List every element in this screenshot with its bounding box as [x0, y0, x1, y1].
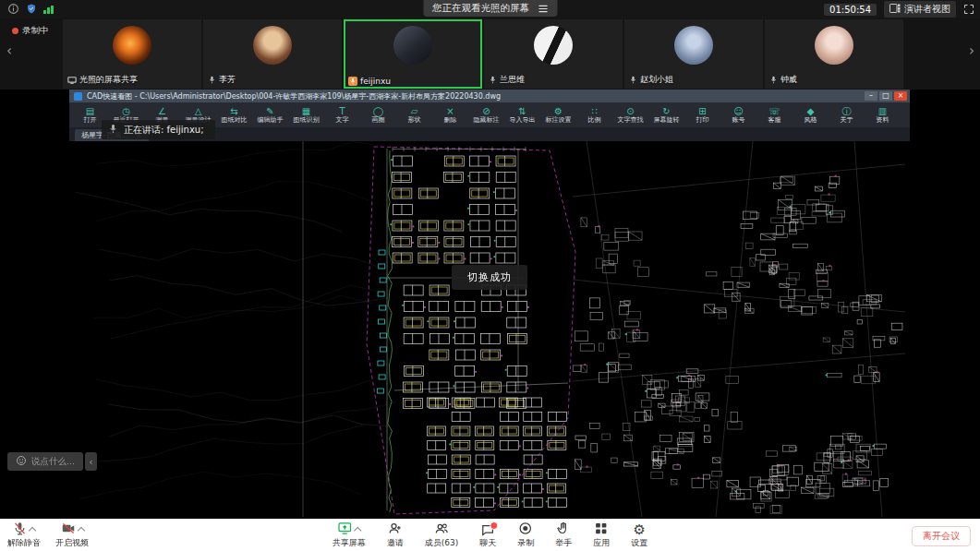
participant-tile-active-speaker[interactable]: feijinxu	[344, 19, 482, 89]
cad-tool-label: 打印	[696, 116, 709, 124]
cad-toolbar-item[interactable]: ▥ 资料	[865, 106, 901, 124]
cad-tool-label: 编辑助手	[258, 116, 284, 124]
cad-tool-label: 关于	[841, 116, 853, 124]
info-icon[interactable]	[7, 1, 19, 18]
cad-toolbar-item[interactable]: ⊘ 隐藏标注	[468, 106, 504, 124]
cad-tool-icon: ⓘ	[842, 106, 852, 116]
cad-toolbar-item[interactable]: ✎ 编辑助手	[252, 106, 288, 124]
cad-drawing[interactable]	[69, 141, 910, 517]
chat-input[interactable]: 说点什么...	[7, 452, 83, 471]
cad-toolbar-item[interactable]: ◆ 风格	[792, 106, 829, 124]
apps-button[interactable]: 应用	[593, 522, 610, 549]
participant-name-label: 兰思维	[500, 74, 525, 86]
invite-button[interactable]: 邀请	[387, 522, 404, 549]
cad-toolbar-item[interactable]: ☏ 客服	[756, 106, 792, 124]
settings-button[interactable]: ⚙ 设置	[631, 522, 647, 549]
participant-tile[interactable]: 钟威	[765, 19, 903, 89]
cad-toolbar-item[interactable]: ⊙ 文字查找	[612, 106, 648, 124]
cad-toolbar-item[interactable]: ∷ 比例	[576, 106, 612, 124]
shield-icon[interactable]	[26, 1, 37, 18]
record-icon	[519, 521, 533, 539]
fullscreen-button[interactable]	[963, 1, 974, 18]
cad-toolbar-item[interactable]: ☺ 账号	[720, 106, 756, 124]
cad-tool-label: 比例	[588, 116, 601, 124]
speaker-view-icon	[889, 4, 901, 15]
cad-toolbar-item[interactable]: ⚙ 标注设置	[540, 106, 576, 124]
cad-toolbar-item[interactable]: T 文字	[324, 106, 360, 124]
cad-toolbar-item[interactable]: ▱ 形状	[396, 106, 432, 124]
cad-toolbar-item[interactable]: ⊞ 打印	[684, 106, 720, 124]
members-button[interactable]: 成员(63)	[425, 522, 458, 549]
raise-hand-button[interactable]: 举手	[555, 522, 572, 549]
share-screen-button[interactable]: 共享屏幕	[333, 522, 366, 549]
share-screen-icon	[337, 521, 352, 539]
mic-icon	[629, 76, 637, 84]
record-button[interactable]: 录制	[517, 522, 534, 549]
participant-tiles: 光照的屏幕共享 李芳 feijinxu	[63, 19, 903, 89]
toast-message: 切换成功	[452, 265, 527, 290]
active-speaker-overlay: 正在讲话: feijinxu;	[102, 120, 215, 139]
cad-toolbar-item[interactable]: ↻ 屏幕旋转	[648, 106, 684, 124]
leave-meeting-button[interactable]: 离开会议	[912, 526, 971, 546]
record-dot-icon	[12, 28, 18, 34]
unmute-button[interactable]: 解除静音	[7, 522, 41, 549]
chat-icon	[481, 523, 495, 537]
scroll-left-button[interactable]: ‹	[6, 42, 12, 59]
minimize-button[interactable]: –	[865, 91, 877, 101]
scroll-right-button[interactable]: ›	[969, 42, 974, 59]
meeting-timer: 01:50:54	[824, 4, 877, 16]
cad-tool-label: 风格	[805, 116, 817, 124]
cad-tool-icon: ▥	[878, 106, 887, 116]
participant-tile[interactable]: 兰思维	[484, 19, 623, 89]
cad-window-title: CAD快速看图 - C:\Users\Administrator\Desktop…	[87, 91, 863, 102]
view-mode-button[interactable]: 演讲者视图	[884, 1, 956, 18]
cad-tool-label: 标注设置	[546, 116, 572, 124]
participant-name-label: 钟威	[780, 74, 797, 86]
cad-tool-icon: ⚙	[554, 106, 563, 116]
cad-tool-label: 删除	[444, 116, 457, 124]
view-mode-label: 演讲者视图	[904, 3, 950, 16]
participant-name-label: 赵划小姐	[640, 74, 673, 86]
cad-titlebar: CAD快速看图 - C:\Users\Administrator\Desktop…	[69, 90, 910, 102]
cad-tool-icon: ∠	[158, 106, 166, 116]
banner-menu-icon[interactable]	[538, 5, 548, 13]
invite-icon	[388, 521, 402, 539]
chat-button[interactable]: 聊天	[479, 522, 496, 549]
avatar	[815, 26, 853, 65]
cad-toolbar-item[interactable]: ⇆ 图纸对比	[216, 106, 252, 124]
cad-toolbar-item[interactable]: ⇅ 导入导出	[504, 106, 540, 124]
start-video-button[interactable]: 开启视频	[55, 522, 89, 549]
cad-tool-icon: ↻	[662, 106, 670, 116]
cad-tool-icon: ☺	[733, 106, 743, 116]
participant-name-label: feijinxu	[360, 77, 391, 86]
mic-icon	[769, 76, 778, 84]
participant-tile[interactable]: 李芳	[203, 19, 342, 89]
cad-toolbar-item[interactable]: ◯ 画圈	[360, 106, 396, 124]
cad-toolbar-item[interactable]: ▦ 图纸识别	[288, 106, 324, 124]
video-options-caret[interactable]	[77, 527, 84, 534]
cad-app-icon	[74, 92, 82, 101]
cad-tool-icon: ⇅	[518, 106, 526, 116]
cad-tool-icon: ◷	[122, 106, 130, 116]
cad-tool-icon: ◯	[373, 106, 383, 116]
close-button[interactable]: ×	[894, 91, 907, 101]
maximize-button[interactable]: □	[879, 91, 892, 101]
quick-chat: 说点什么... ‹	[7, 452, 97, 471]
share-options-caret[interactable]	[354, 527, 361, 534]
meeting-app: 您正在观看光照的屏幕 01:50:54 演讲者视图 录制中 ‹ › 光照的屏幕共…	[0, 0, 980, 551]
apps-grid-icon	[595, 521, 609, 539]
chat-collapse-button[interactable]: ‹	[85, 452, 97, 471]
cad-tool-icon: ⊞	[698, 106, 706, 116]
cad-toolbar-item[interactable]: ⓘ 关于	[829, 106, 865, 124]
avatar	[253, 26, 292, 65]
cad-tool-icon: ∷	[591, 106, 597, 116]
cad-toolbar-item[interactable]: × 删除	[432, 106, 468, 124]
participant-tile-screen-share[interactable]: 光照的屏幕共享	[63, 19, 201, 89]
emoji-icon[interactable]	[16, 455, 27, 468]
participant-tile[interactable]: 赵划小姐	[624, 19, 763, 89]
mic-options-caret[interactable]	[29, 527, 36, 534]
cad-tool-label: 文字	[336, 116, 349, 124]
invite-label: 邀请	[387, 537, 404, 549]
mic-active-icon	[348, 77, 357, 86]
camera-off-icon	[61, 521, 76, 539]
